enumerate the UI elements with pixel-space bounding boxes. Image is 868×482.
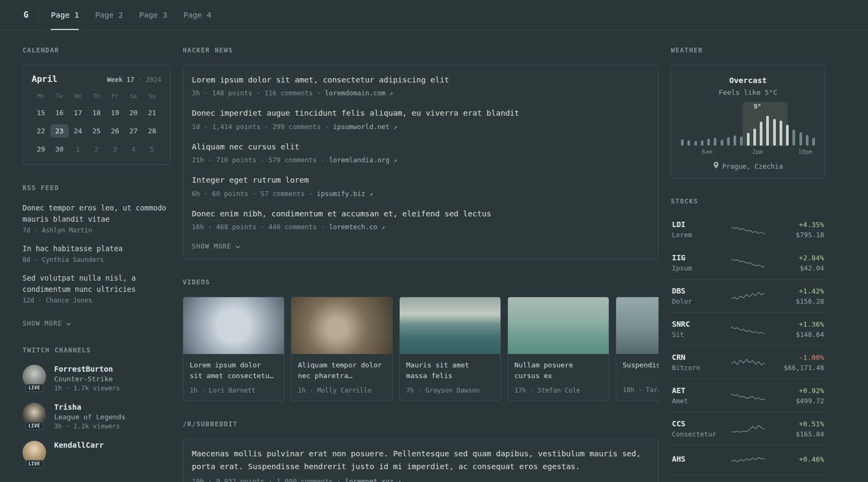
dashboard-layout: CALENDAR April Week 17 · 2024 MoTuWeThFr… [0,31,868,482]
video-card[interactable]: Suspendisse diam 18h · Tara [616,297,659,401]
hackernews-item-title[interactable]: Aliquam nec cursus elit [192,141,649,153]
weather-bars [681,109,815,146]
rss-show-more-button[interactable]: SHOW MORE [23,320,71,327]
calendar-day-selected[interactable]: 23 [50,124,69,138]
live-badge: LIVE [25,384,43,392]
calendar-day[interactable]: 27 [124,124,143,138]
twitch-channel[interactable]: LIVE KendallCarr [23,441,170,464]
rss-item: Donec tempor eros leo, ut commodo mauris… [23,202,170,234]
twitch-channel-name[interactable]: ForrestBurton [54,365,120,373]
top-nav: G Page 1 Page 2 Page 3 Page 4 [0,0,868,31]
twitch-channel[interactable]: LIVE ForrestBurton Counter-Strike 1h · 1… [23,365,170,392]
weather-bar [694,141,697,146]
rss-item-title[interactable]: In hac habitasse platea [23,243,170,254]
calendar-month: April [32,74,57,84]
hackernews-item-title[interactable]: Lorem ipsum dolor sit amet, consectetur … [192,74,649,86]
tab-page-3[interactable]: Page 3 [139,0,167,30]
calendar-day[interactable]: 17 [69,106,87,119]
subreddit-domain-link[interactable]: loremnet.xyz [345,477,393,482]
calendar-day[interactable]: 28 [143,124,161,138]
weather-card: Overcast Feels like 5°C 9° 6am2pm10pm Pr… [671,65,825,178]
calendar-day[interactable]: 2 [87,142,106,156]
calendar-day[interactable]: 3 [106,142,124,156]
stock-row: AHS +0.46% [671,446,825,475]
calendar-day[interactable]: 5 [143,142,161,156]
canoe-lake-thumbnail [508,297,609,354]
calendar-widget: CALENDAR April Week 17 · 2024 MoTuWeThFr… [23,47,170,165]
twitch-channel[interactable]: LIVE Trisha League of Legends 3h · 1.2k … [23,403,170,430]
stock-row: DBS Dolor +1.42% $156.28 [671,280,825,313]
videos-row: Lorem ipsum dolor sit amet consectetu… 1… [183,297,659,401]
hackernews-domain-link[interactable]: loremtech.co [329,223,377,231]
video-card[interactable]: Aliquam tempor dolor nec pharetra… 1h · … [291,297,393,401]
calendar-day[interactable]: 16 [50,106,69,119]
video-meta: 7h · Grayson Dawson [406,387,494,394]
calendar-card: April Week 17 · 2024 MoTuWeThFrSaSu15161… [23,65,170,165]
video-card[interactable]: Lorem ipsum dolor sit amet consectetu… 1… [183,297,285,401]
subreddit-post-title[interactable]: Maecenas mollis pulvinar erat non posuer… [192,448,649,473]
stock-name: Dolor [672,297,721,305]
hackernews-item-title[interactable]: Donec enim nibh, condimentum et accumsan… [192,208,649,220]
stock-change: +1.36% [775,320,824,328]
video-meta: 1h · Lori Barnett [190,387,278,394]
rss-item-meta: 12d · Chance Jones [23,297,170,304]
calendar-week-label: Week 17 [107,76,134,84]
calendar-day[interactable]: 24 [69,124,87,138]
subreddit-card: Maecenas mollis pulvinar erat non posuer… [183,439,659,482]
calendar-day[interactable]: 30 [50,142,69,156]
calendar-day[interactable]: 26 [106,124,124,138]
stock-name: Ipsum [672,264,721,272]
stock-change: +0.92% [775,387,824,395]
stocks-section-title: STOCKS [671,198,825,205]
stock-row: IIG Ipsum +2.84% $42.04 [671,246,825,280]
twitch-section-title: TWITCH CHANNELS [23,347,170,354]
video-card[interactable]: Nullam posuere cursus ex 17h · Stefan Co… [507,297,609,401]
stock-change: +0.46% [775,455,824,463]
tab-page-4[interactable]: Page 4 [183,0,211,30]
hackernews-card: Lorem ipsum dolor sit amet, consectetur … [183,65,659,259]
rss-item-title[interactable]: Donec tempor eros leo, ut commodo mauris… [23,202,170,225]
weather-widget: WEATHER Overcast Feels like 5°C 9° 6am2p… [671,47,825,178]
calendar-day[interactable]: 22 [32,124,50,138]
weather-location: Prague, Czechia [722,162,783,170]
video-card[interactable]: Mauris sit amet massa felis 7h · Grayson… [399,297,501,401]
stock-price: $148.64 [775,330,824,338]
weather-bar [806,135,809,146]
hackernews-item: Donec imperdiet augue tincidunt felis al… [192,107,649,130]
weather-tick-labels: 6am2pm10pm [680,148,816,155]
calendar-day[interactable]: 25 [87,124,106,138]
hackernews-item-title[interactable]: Donec imperdiet augue tincidunt felis al… [192,107,649,119]
hackernews-domain-link[interactable]: loremdomain.com [325,89,385,97]
calendar-day[interactable]: 19 [106,106,124,119]
video-title: Nullam posuere cursus ex [514,360,602,381]
twitch-channel-name[interactable]: Trisha [54,403,125,411]
stock-sparkline [730,289,766,304]
rss-list: Donec tempor eros leo, ut commodo mauris… [23,202,170,327]
calendar-day[interactable]: 20 [124,106,143,119]
weather-bar [687,140,690,146]
rss-item-title[interactable]: Sed volutpat nulla nisl, a condimentum n… [23,273,170,295]
hackernews-domain-link[interactable]: loremlandia.org [329,156,390,164]
hackernews-domain-link[interactable]: ipsumworld.net [333,123,389,131]
hackernews-item-meta: 3h · 148 points · 116 comments · [192,89,321,97]
hackernews-item-title[interactable]: Integer eget rutrum lorem [192,174,649,186]
twitch-channel-name[interactable]: KendallCarr [54,441,104,449]
calendar-day[interactable]: 4 [124,142,143,156]
calendar-day[interactable]: 15 [32,106,50,119]
tab-page-2[interactable]: Page 2 [95,0,123,30]
rss-widget: RSS FEED Donec tempor eros leo, ut commo… [23,184,170,327]
hackernews-widget: HACKER NEWS Lorem ipsum dolor sit amet, … [183,47,659,259]
hackernews-domain-link[interactable]: ipsumify.biz [317,190,365,198]
tab-page-1[interactable]: Page 1 [51,0,79,30]
calendar-day[interactable]: 18 [87,106,106,119]
hackernews-show-more-button[interactable]: SHOW MORE [192,243,241,250]
stock-row: CRN Bitcorn -1.00% $66,171.48 [671,346,825,379]
calendar-day[interactable]: 21 [143,106,161,119]
hackernews-item-meta: 1d · 1,414 points · 299 comments · [192,123,329,131]
weather-bar [727,137,730,146]
calendar-day[interactable]: 29 [32,142,50,156]
video-meta: 17h · Stefan Cole [514,387,602,394]
foggy-figure-thumbnail [616,297,659,354]
calendar-day[interactable]: 1 [69,142,87,156]
stock-symbol: DBS [672,287,721,295]
